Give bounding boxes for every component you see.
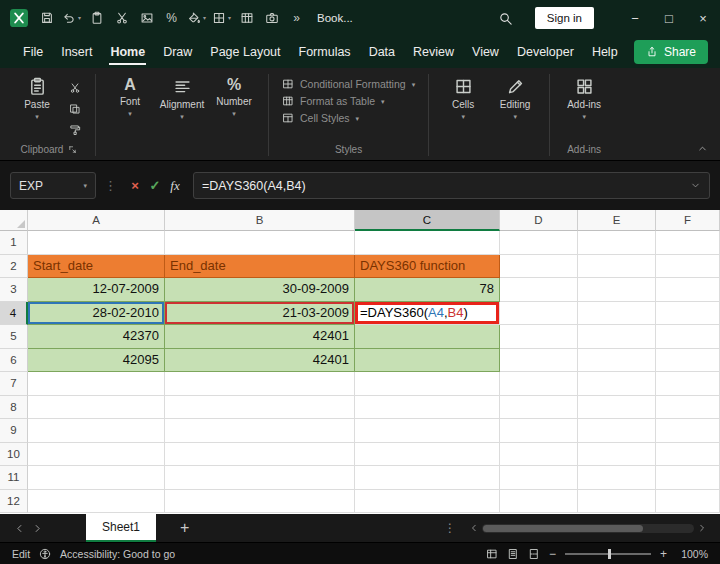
cell-C10[interactable] [355,443,500,467]
cell-E5[interactable] [578,325,656,349]
cell-C3[interactable]: 78 [355,278,500,302]
cell-A9[interactable] [28,419,165,443]
table-button[interactable] [234,5,259,31]
cell-C12[interactable] [355,490,500,514]
cell-A4[interactable]: 28-02-2010 [28,302,165,326]
cell-E8[interactable] [578,396,656,420]
save-button[interactable] [34,5,59,31]
cell-B2[interactable]: End_date [165,255,355,279]
cell-C6[interactable] [355,349,500,373]
menu-tab-file[interactable]: File [14,36,52,68]
cell-C7[interactable] [355,372,500,396]
cell-D12[interactable] [500,490,578,514]
ribbon-paste-button[interactable]: Paste▾ [12,72,62,120]
menu-tab-review[interactable]: Review [404,36,463,68]
scroll-left-icon[interactable] [466,523,482,533]
cell-C11[interactable] [355,466,500,490]
menu-tab-formulas[interactable]: Formulas [290,36,360,68]
cell-D6[interactable] [500,349,578,373]
cell-A7[interactable] [28,372,165,396]
picture-button[interactable] [134,5,159,31]
cell-E12[interactable] [578,490,656,514]
row-header-12[interactable]: 12 [0,490,28,514]
cell-F4[interactable] [656,302,720,326]
next-sheet-icon[interactable] [28,523,46,534]
cell-A2[interactable]: Start_date [28,255,165,279]
cell-C9[interactable] [355,419,500,443]
column-header-C[interactable]: C [355,210,500,231]
more-commands-button[interactable]: » [284,5,309,31]
cell-F10[interactable] [656,443,720,467]
share-button[interactable]: Share [634,40,708,64]
row-header-1[interactable]: 1 [0,231,28,255]
dialog-launcher-icon[interactable] [68,145,77,154]
percent-button[interactable]: % [159,5,184,31]
ribbon-number-button[interactable]: %Number▾ [209,72,259,117]
column-header-A[interactable]: A [28,210,165,231]
minimize-button[interactable]: − [618,0,652,36]
cell-E10[interactable] [578,443,656,467]
cell-F2[interactable] [656,255,720,279]
borders-button[interactable]: ▾ [209,5,234,31]
column-header-E[interactable]: E [578,210,656,231]
cell-D11[interactable] [500,466,578,490]
tab-options-icon[interactable]: ⋮ [444,521,456,535]
collapse-ribbon-icon[interactable] [697,143,708,154]
cell-B9[interactable] [165,419,355,443]
row-header-7[interactable]: 7 [0,372,28,396]
cell-A5[interactable]: 42370 [28,325,165,349]
horizontal-scrollbar[interactable] [482,524,694,533]
camera-button[interactable] [259,5,284,31]
ribbon-font-button[interactable]: AFont▾ [105,72,155,117]
name-box-dropdown-icon[interactable]: ▾ [83,182,87,189]
cell-F5[interactable] [656,325,720,349]
menu-tab-insert[interactable]: Insert [52,36,101,68]
close-button[interactable]: × [686,0,720,36]
cell-C5[interactable] [355,325,500,349]
cell-F11[interactable] [656,466,720,490]
undo-button[interactable]: ▾ [59,5,84,31]
cell-B8[interactable] [165,396,355,420]
row-header-4[interactable]: 4 [0,302,28,326]
cell-C4[interactable]: =DAYS360(A4,B4) [355,302,500,326]
cancel-icon[interactable]: × [125,178,145,193]
row-header-8[interactable]: 8 [0,396,28,420]
cell-A1[interactable] [28,231,165,255]
zoom-level[interactable]: 100% [676,548,708,560]
menu-tab-home[interactable]: Home [101,36,154,68]
cut-button[interactable] [109,5,134,31]
cell-D8[interactable] [500,396,578,420]
prev-sheet-icon[interactable] [10,523,28,534]
row-header-5[interactable]: 5 [0,325,28,349]
row-header-11[interactable]: 11 [0,466,28,490]
cell-E2[interactable] [578,255,656,279]
ribbon-cells-button[interactable]: Cells▾ [438,72,488,120]
enter-icon[interactable]: ✓ [145,178,165,193]
name-box[interactable]: EXP ▾ [10,172,96,199]
cell-F12[interactable] [656,490,720,514]
expand-formula-bar-icon[interactable] [690,180,701,191]
cell-C1[interactable] [355,231,500,255]
maximize-button[interactable]: □ [652,0,686,36]
cell-B3[interactable]: 30-09-2009 [165,278,355,302]
cell-A6[interactable]: 42095 [28,349,165,373]
menu-tab-developer[interactable]: Developer [508,36,583,68]
cell-F6[interactable] [656,349,720,373]
paint-bucket-button[interactable]: ▾ [184,5,209,31]
zoom-slider[interactable] [565,553,651,555]
menu-tab-view[interactable]: View [463,36,508,68]
cell-E11[interactable] [578,466,656,490]
cell-F7[interactable] [656,372,720,396]
cell-D10[interactable] [500,443,578,467]
cell-C2[interactable]: DAYS360 function [355,255,500,279]
cell-B4[interactable]: 21-03-2009 [165,302,355,326]
accessibility-status[interactable]: Accessibility: Good to go [60,548,175,560]
cell-B7[interactable] [165,372,355,396]
cell-B11[interactable] [165,466,355,490]
cell-B1[interactable] [165,231,355,255]
cell-E3[interactable] [578,278,656,302]
cell-styles-button[interactable]: Cell Styles▾ [278,110,363,126]
insert-function-icon[interactable]: fx [165,178,185,194]
format-painter-button[interactable] [64,121,86,138]
zoom-in-button[interactable]: + [660,547,667,561]
